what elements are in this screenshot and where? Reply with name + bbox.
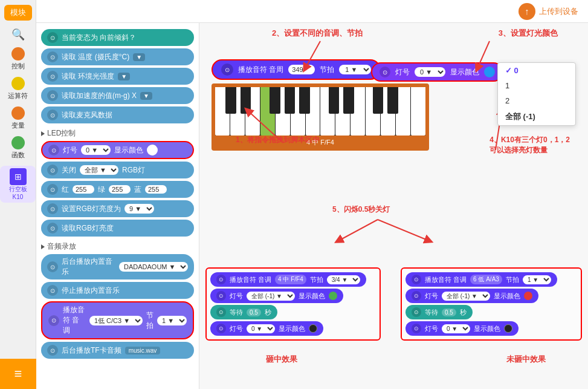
demo-left-led-dropdown[interactable]: 全部 (-1) ▼ [247, 292, 295, 301]
color-picker[interactable] [147, 145, 158, 155]
triangle-icon [41, 244, 45, 249]
note-tone-dropdown[interactable]: 1低 C/C3 ▼ [89, 316, 143, 325]
demo-left-led2-block[interactable]: ⊙ 灯号 0 ▼ 显示颜色 [210, 321, 323, 336]
led-top-right-block[interactable]: ⊙ 灯号 0 ▼ 显示颜色 [371, 62, 503, 82]
annotation-2: 2、设置不同的音调、节拍 [272, 28, 363, 39]
blue-input[interactable] [145, 185, 167, 194]
demo-right-led2-dropdown[interactable]: 0 ▼ [442, 324, 470, 333]
block-read-light[interactable]: ⊙ 读取 环境光强度 ▼ [41, 68, 194, 85]
demo-left-wait-block[interactable]: ⊙ 等待 0.5 秒 [210, 305, 277, 319]
white-key-6[interactable] [291, 87, 305, 136]
white-key-10[interactable] [351, 87, 365, 136]
white-key-5[interactable] [276, 87, 290, 136]
led-number-dropdown[interactable]: 0 ▼ [81, 145, 111, 155]
brightness-dropdown[interactable]: 9 ▼ [124, 204, 154, 214]
demo-right-wait-block[interactable]: ⊙ 等待 0.5 秒 [405, 305, 473, 319]
white-key-1[interactable] [215, 87, 230, 136]
demo-left-led2-dropdown[interactable]: 0 ▼ [247, 324, 275, 333]
demo-right-beat-dropdown[interactable]: 1 ▼ [523, 275, 551, 284]
block-icon: ⊙ [47, 223, 58, 234]
block-icon: ⊙ [47, 345, 58, 356]
upload-device-button[interactable]: ↑ 上传到设备 [519, 3, 578, 20]
block-bg-music[interactable]: ⊙ 后台播放内置音乐 DADADAOUM ▼ [41, 254, 194, 279]
search-icon[interactable]: 🔍 [11, 28, 25, 41]
miss-effect-label: 未砸中效果 [506, 354, 546, 365]
block-icon: ⊙ [48, 315, 59, 326]
led-label: 灯号 [395, 67, 410, 77]
dropdown-item-all[interactable]: 全部 (-1) [498, 108, 575, 125]
block-play-note[interactable]: ⊙ 播放音符 音调 1低 C/C3 ▼ 节拍 1 ▼ [41, 301, 194, 339]
white-key-3[interactable] [245, 87, 260, 136]
block-icon: ⊙ [47, 90, 58, 101]
tf-music-filename: music.wav [125, 347, 161, 355]
music-dropdown[interactable]: DADADAOUM ▼ [119, 262, 188, 272]
block-read-accel[interactable]: ⊙ 读取加速度的值(m-g) X ▼ [41, 87, 194, 104]
section-audio-header: 音频录放 [41, 241, 194, 252]
led-block-icon: ⊙ [380, 67, 390, 77]
menu-icon: ≡ [15, 366, 22, 382]
green-input[interactable] [109, 185, 131, 194]
demo-left-led-block[interactable]: ⊙ 灯号 全部 (-1) ▼ 显示颜色 [210, 289, 343, 303]
block-rgb-values[interactable]: ⊙ 红 绿 蓝 [41, 181, 194, 198]
white-key-8[interactable] [320, 87, 335, 136]
block-icon: ⊙ [48, 145, 59, 155]
block-close-rgb[interactable]: ⊙ 关闭 全部 ▼ RGB灯 [41, 162, 194, 178]
close-target-dropdown[interactable]: 全部 ▼ [80, 165, 118, 175]
demo-right-led-block[interactable]: ⊙ 灯号 全部 (-1) ▼ 显示颜色 [405, 289, 538, 303]
sidebar-item-k10[interactable]: ⊞ 行空板K10 [0, 166, 36, 203]
demo-left-beat-dropdown[interactable]: 3/4 ▼ [327, 275, 360, 284]
bottom-bar[interactable]: ≡ [0, 359, 36, 389]
piano-keys [215, 87, 425, 136]
demo-wait-icon: ⊙ [216, 307, 226, 317]
white-key-13[interactable] [396, 87, 410, 136]
block-icon: ⊙ [47, 110, 58, 120]
white-key-14[interactable] [411, 87, 425, 136]
upload-label: 上传到设备 [539, 6, 578, 17]
demo-right-play-block[interactable]: ⊙ 播放音符 音调 6 低 A/A3 节拍 1 ▼ [405, 272, 557, 287]
sidebar-label-functions: 函数 [11, 151, 25, 160]
white-key-2[interactable] [230, 87, 245, 136]
dropdown-item-0[interactable]: ✓ 0 [498, 63, 575, 78]
sidebar-item-control[interactable]: 控制 [11, 47, 25, 71]
red-input[interactable] [73, 185, 94, 194]
block-led-display[interactable]: ⊙ 灯号 0 ▼ 显示颜色 [41, 141, 194, 159]
control-dot [11, 47, 25, 60]
block-read-mic[interactable]: ⊙ 读取麦克风数据 [41, 106, 194, 123]
block-stop-music[interactable]: ⊙ 停止播放内置音乐 [41, 282, 194, 299]
led-color-dot[interactable] [484, 67, 495, 77]
white-key-11[interactable] [366, 87, 380, 136]
beat-dropdown[interactable]: 1 ▼ [339, 65, 371, 74]
block-read-temp[interactable]: ⊙ 读取 温度 (摄氏度°C) ▼ [41, 48, 194, 65]
badge: ▼ [118, 73, 130, 80]
white-key-12[interactable] [381, 87, 395, 136]
led-top-right-area: ⊙ 灯号 0 ▼ 显示颜色 [371, 62, 503, 82]
demo-right-led-dropdown[interactable]: 全部 (-1) ▼ [442, 292, 490, 301]
svg-line-6 [378, 220, 429, 241]
module-button[interactable]: 模块 [4, 5, 32, 21]
main-canvas: 2、设置不同的音调、节拍 3、设置灯光颜色 ⊙ 播放音符 音周 节拍 1 ▼ [199, 23, 588, 389]
main-play-block-area: ⊙ 播放音符 音周 节拍 1 ▼ [212, 59, 381, 83]
sidebar-item-operators[interactable]: 运算符 [8, 77, 28, 100]
sidebar-item-variables[interactable]: 变量 [11, 106, 25, 130]
main-play-block[interactable]: ⊙ 播放音符 音周 节拍 1 ▼ [212, 59, 381, 80]
sidebar: 模块 🔍 控制 运算符 变量 函数 ⊞ 行空板K10 ≡ [0, 0, 36, 389]
demo-left-play-block[interactable]: ⊙ 播放音符 音调 4 中 F/F4 节拍 3/4 ▼ [210, 272, 366, 287]
dropdown-item-1[interactable]: 1 [498, 78, 575, 93]
block-set-brightness[interactable]: ⊙ 设置RGB灯亮度为 9 ▼ [41, 200, 194, 217]
frequency-input[interactable] [288, 65, 315, 74]
block-tf-music[interactable]: ⊙ 后台播放TF卡音频 music.wav [41, 342, 194, 359]
white-key-9[interactable] [335, 87, 350, 136]
note-beat-dropdown[interactable]: 1 ▼ [157, 316, 187, 325]
sidebar-item-functions[interactable]: 函数 [11, 136, 25, 160]
sidebar-label-variables: 变量 [11, 121, 25, 130]
dropdown-item-2[interactable]: 2 [498, 93, 575, 108]
block-current-state[interactable]: ⊙ 当前变态为 向前倾斜？ [41, 29, 194, 46]
block-read-brightness[interactable]: ⊙ 读取RGB灯亮度 [41, 220, 194, 237]
demo-right-led2-block[interactable]: ⊙ 灯号 0 ▼ 显示颜色 [405, 321, 519, 336]
white-key-7[interactable] [306, 87, 320, 136]
white-key-4-active[interactable] [260, 87, 275, 136]
functions-dot [11, 136, 25, 149]
demo-left-wait-val: 0.5 [247, 309, 261, 316]
demo-led-icon-r: ⊙ [412, 291, 421, 301]
led-number-select[interactable]: 0 ▼ [415, 67, 445, 77]
